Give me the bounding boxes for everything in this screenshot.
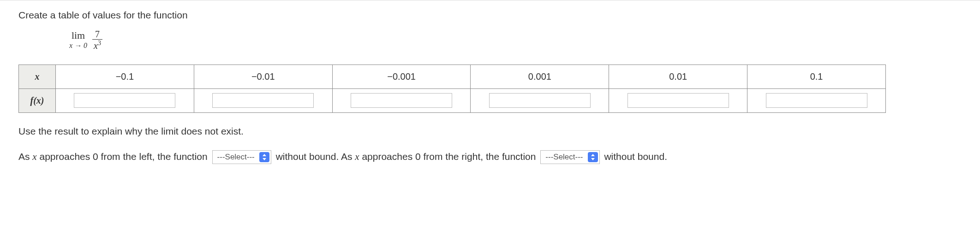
- x-value-cell: 0.001: [471, 65, 609, 88]
- row-header-x: x: [19, 65, 56, 88]
- sentence-text: without bound. As: [276, 151, 355, 162]
- select-placeholder: ---Select---: [213, 150, 259, 164]
- sentence-text: As: [18, 151, 32, 162]
- sentence-text: approaches 0 from the left, the function: [37, 151, 210, 162]
- variable-x: x: [355, 151, 359, 162]
- variable-x: x: [32, 151, 36, 162]
- lim-block: lim x → 0: [69, 30, 87, 49]
- sentence-text: without bound.: [604, 151, 667, 162]
- fx-input[interactable]: [74, 93, 175, 108]
- chevron-updown-icon: [588, 152, 598, 162]
- limit-expression: lim x → 0 7 x3: [69, 29, 962, 51]
- x-value-cell: −0.01: [194, 65, 332, 88]
- fx-input-cell: [471, 88, 609, 112]
- fx-input[interactable]: [766, 93, 867, 108]
- instruction-text: Create a table of values for the functio…: [18, 10, 962, 21]
- fx-input-cell: [194, 88, 332, 112]
- table-row: x −0.1 −0.01 −0.001 0.001 0.01 0.1: [19, 65, 886, 88]
- lim-word: lim: [72, 30, 85, 41]
- fraction-numerator: 7: [92, 29, 102, 40]
- explain-instruction: Use the result to explain why the limit …: [18, 126, 962, 137]
- x-value-cell: 0.1: [747, 65, 886, 88]
- question-container: Create a table of values for the functio…: [0, 0, 980, 175]
- fx-input-cell: [747, 88, 886, 112]
- select-placeholder: ---Select---: [541, 150, 587, 164]
- fx-input-cell: [56, 88, 194, 112]
- row-header-fx: f(x): [19, 88, 56, 112]
- sentence-text: approaches 0 from the right, the functio…: [359, 151, 539, 162]
- answer-sentence: As x approaches 0 from the left, the fun…: [18, 148, 962, 166]
- lim-approach: x → 0: [69, 41, 87, 50]
- x-value-cell: −0.001: [332, 65, 471, 88]
- fx-input-cell: [609, 88, 747, 112]
- x-value-cell: −0.1: [56, 65, 194, 88]
- fx-input[interactable]: [351, 93, 452, 108]
- fx-input[interactable]: [489, 93, 591, 108]
- fx-input-cell: [332, 88, 471, 112]
- table-row: f(x): [19, 88, 886, 112]
- x-value-cell: 0.01: [609, 65, 747, 88]
- values-table: x −0.1 −0.01 −0.001 0.001 0.01 0.1 f(x): [18, 65, 886, 113]
- fx-input[interactable]: [212, 93, 314, 108]
- select-right-behavior[interactable]: ---Select---: [540, 150, 599, 164]
- chevron-updown-icon: [259, 152, 269, 162]
- select-left-behavior[interactable]: ---Select---: [212, 150, 271, 164]
- fx-input[interactable]: [627, 93, 729, 108]
- fraction-denominator: x3: [91, 40, 104, 51]
- fraction: 7 x3: [91, 29, 104, 51]
